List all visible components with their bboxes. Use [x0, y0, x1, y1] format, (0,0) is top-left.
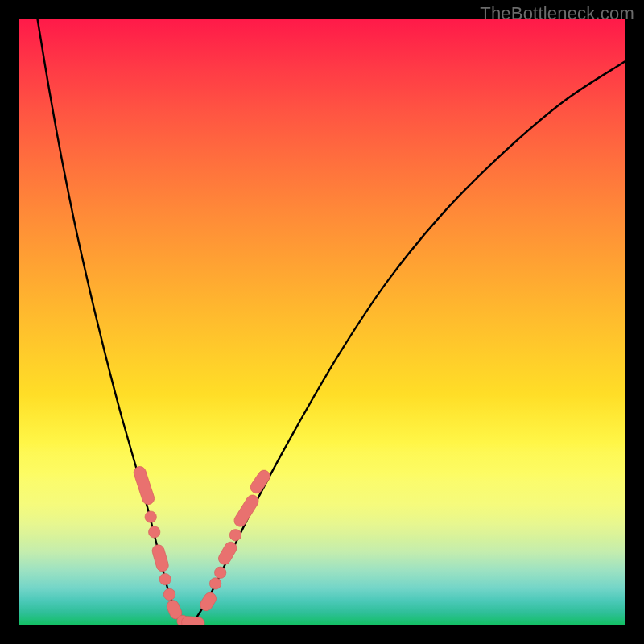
- curve-markers: [132, 464, 272, 625]
- marker-dot: [215, 567, 226, 578]
- marker-dot: [145, 511, 156, 522]
- chart-svg: [19, 19, 625, 625]
- marker-dot: [229, 530, 241, 541]
- chart-frame: TheBottleneck.com: [0, 0, 644, 644]
- marker-pill: [132, 464, 155, 506]
- marker-pill: [181, 616, 205, 625]
- marker-pill: [151, 543, 170, 573]
- marker-pill: [248, 468, 272, 496]
- marker-dot: [209, 578, 221, 589]
- watermark-text: TheBottleneck.com: [480, 3, 634, 24]
- plot-area: [19, 19, 625, 625]
- marker-dot: [163, 588, 175, 600]
- marker-dot: [159, 573, 171, 584]
- bottleneck-curve: [38, 19, 625, 625]
- marker-dot: [149, 526, 160, 538]
